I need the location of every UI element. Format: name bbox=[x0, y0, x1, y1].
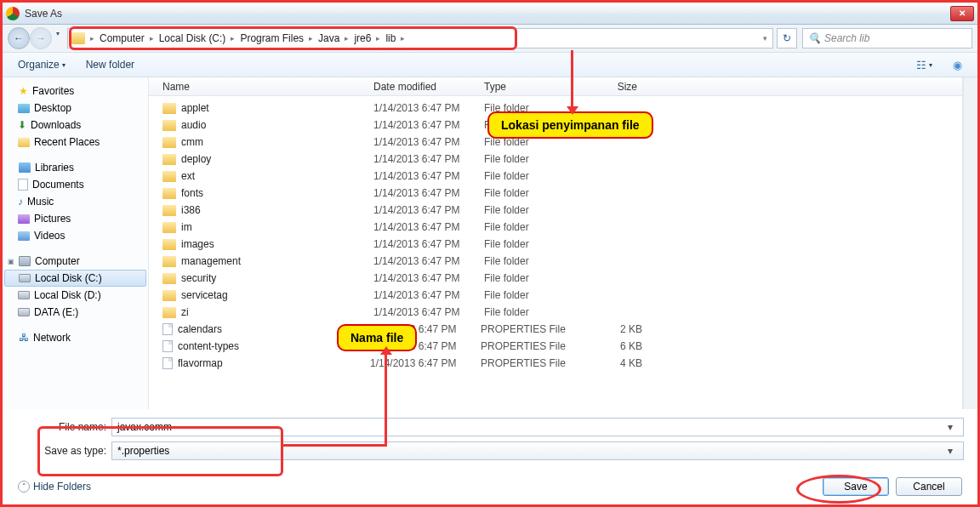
col-name[interactable]: Name bbox=[162, 81, 373, 93]
file-name: zi bbox=[181, 306, 373, 318]
sidebar-favorites[interactable]: ★Favorites bbox=[3, 83, 148, 100]
search-input[interactable]: 🔍 Search lib bbox=[802, 28, 972, 48]
close-button[interactable]: ✕ bbox=[950, 6, 974, 21]
col-date[interactable]: Date modified bbox=[373, 81, 484, 93]
forward-button[interactable]: → bbox=[30, 27, 52, 49]
sidebar-item-documents[interactable]: Documents bbox=[3, 176, 148, 193]
folder-icon bbox=[162, 205, 176, 216]
file-name: audio bbox=[181, 119, 373, 131]
folder-icon bbox=[162, 188, 176, 199]
view-button[interactable]: ☷▾ bbox=[909, 56, 939, 74]
file-row[interactable]: ext1/14/2013 6:47 PMFile folder bbox=[149, 168, 962, 185]
file-type: File folder bbox=[484, 119, 586, 131]
col-type[interactable]: Type bbox=[484, 81, 586, 93]
file-list[interactable]: applet1/14/2013 6:47 PMFile folderaudio1… bbox=[149, 96, 962, 409]
file-type: PROPERTIES File bbox=[481, 357, 583, 369]
file-name: images bbox=[181, 238, 373, 250]
file-row[interactable]: deploy1/14/2013 6:47 PMFile folder bbox=[149, 151, 962, 168]
file-type: File folder bbox=[484, 102, 586, 114]
file-date: 1/14/2013 6:47 PM bbox=[370, 323, 481, 335]
disk-icon bbox=[18, 308, 30, 316]
folder-icon bbox=[162, 273, 176, 284]
vertical-scrollbar[interactable] bbox=[963, 77, 977, 409]
new-folder-button[interactable]: New folder bbox=[79, 56, 141, 73]
file-size: 4 KB bbox=[583, 357, 642, 369]
file-name: servicetag bbox=[181, 289, 373, 301]
file-type: File folder bbox=[484, 255, 586, 267]
column-headers: Name Date modified Type Size bbox=[149, 77, 962, 96]
disk-icon bbox=[18, 291, 30, 299]
chevron-down-icon[interactable]: ▾ bbox=[943, 421, 958, 433]
file-date: 1/14/2013 6:47 PM bbox=[373, 289, 484, 301]
sidebar-item-e-drive[interactable]: DATA (E:) bbox=[3, 304, 148, 321]
back-button[interactable]: ← bbox=[8, 27, 30, 49]
sidebar-network[interactable]: 🖧Network bbox=[3, 329, 148, 346]
app-icon bbox=[6, 7, 20, 20]
file-name: i386 bbox=[181, 204, 373, 216]
folder-icon bbox=[71, 32, 85, 44]
sidebar-item-recent[interactable]: Recent Places bbox=[3, 134, 148, 151]
sidebar-item-pictures[interactable]: Pictures bbox=[3, 210, 148, 227]
music-icon: ♪ bbox=[18, 196, 23, 208]
file-date: 1/14/2013 6:47 PM bbox=[373, 136, 484, 148]
search-placeholder: Search lib bbox=[824, 32, 869, 44]
chevron-icon: ▸ bbox=[307, 34, 315, 43]
breadcrumb-seg[interactable]: jre6 bbox=[350, 32, 374, 44]
file-row[interactable]: fonts1/14/2013 6:47 PMFile folder bbox=[149, 185, 962, 202]
sidebar-item-downloads[interactable]: ⬇Downloads bbox=[3, 117, 148, 134]
cancel-button[interactable]: Cancel bbox=[896, 477, 962, 496]
document-icon bbox=[18, 179, 28, 191]
refresh-button[interactable]: ↻ bbox=[777, 28, 797, 48]
file-row[interactable]: images1/14/2013 6:47 PMFile folder bbox=[149, 236, 962, 253]
breadcrumb-seg[interactable]: Local Disk (C:) bbox=[156, 32, 230, 44]
file-icon bbox=[162, 340, 173, 352]
filename-input[interactable]: javax.comm▾ bbox=[111, 418, 964, 436]
chevron-down-icon[interactable]: ▾ bbox=[943, 445, 958, 457]
file-row[interactable]: i3861/14/2013 6:47 PMFile folder bbox=[149, 202, 962, 219]
breadcrumb-seg[interactable]: Java bbox=[315, 32, 343, 44]
folder-icon bbox=[162, 171, 176, 182]
file-row[interactable]: cmm1/14/2013 6:47 PMFile folder bbox=[149, 134, 962, 151]
sidebar-item-c-drive[interactable]: Local Disk (C:) bbox=[4, 270, 146, 287]
file-row[interactable]: im1/14/2013 6:47 PMFile folder bbox=[149, 219, 962, 236]
chevron-down-icon[interactable]: ▾ bbox=[761, 34, 769, 43]
history-dropdown[interactable]: ▾ bbox=[52, 27, 64, 39]
file-row[interactable]: flavormap1/14/2013 6:47 PMPROPERTIES Fil… bbox=[149, 355, 962, 372]
file-row[interactable]: calendars1/14/2013 6:47 PMPROPERTIES Fil… bbox=[149, 321, 962, 338]
file-pane: Name Date modified Type Size applet1/14/… bbox=[149, 77, 963, 409]
file-row[interactable]: applet1/14/2013 6:47 PMFile folder bbox=[149, 100, 962, 117]
sidebar-item-music[interactable]: ♪Music bbox=[3, 193, 148, 210]
help-button[interactable]: ◉ bbox=[946, 56, 969, 74]
sidebar-libraries[interactable]: Libraries bbox=[3, 159, 148, 176]
file-row[interactable]: security1/14/2013 6:47 PMFile folder bbox=[149, 270, 962, 287]
library-icon bbox=[19, 162, 31, 173]
folder-icon bbox=[162, 222, 176, 233]
hide-folders-button[interactable]: ˄ Hide Folders bbox=[18, 481, 91, 493]
file-name: security bbox=[181, 272, 373, 284]
chevron-down-icon: ▾ bbox=[62, 61, 66, 69]
file-row[interactable]: audio1/14/2013 6:47 PMFile folder bbox=[149, 117, 962, 134]
sidebar-item-desktop[interactable]: Desktop bbox=[3, 100, 148, 117]
organize-button[interactable]: Organize ▾ bbox=[11, 56, 72, 73]
chevron-icon: ▸ bbox=[374, 34, 382, 43]
folder-icon bbox=[162, 154, 176, 165]
file-row[interactable]: servicetag1/14/2013 6:47 PMFile folder bbox=[149, 287, 962, 304]
folder-icon bbox=[162, 137, 176, 148]
col-size[interactable]: Size bbox=[586, 81, 646, 93]
file-row[interactable]: zi1/14/2013 6:47 PMFile folder bbox=[149, 304, 962, 321]
breadcrumb-seg[interactable]: lib bbox=[382, 32, 399, 44]
sidebar-item-videos[interactable]: Videos bbox=[3, 227, 148, 244]
sidebar-item-d-drive[interactable]: Local Disk (D:) bbox=[3, 287, 148, 304]
window-title: Save As bbox=[25, 8, 949, 20]
file-name: content-types bbox=[178, 340, 370, 352]
sidebar-computer[interactable]: ▣Computer bbox=[3, 253, 148, 270]
save-button[interactable]: Save bbox=[823, 477, 889, 496]
file-row[interactable]: content-types1/14/2013 6:47 PMPROPERTIES… bbox=[149, 338, 962, 355]
file-name: cmm bbox=[181, 136, 373, 148]
file-type: File folder bbox=[484, 136, 586, 148]
filetype-combo[interactable]: *.properties▾ bbox=[111, 441, 964, 460]
breadcrumb[interactable]: ▸ Computer ▸ Local Disk (C:) ▸ Program F… bbox=[67, 28, 773, 48]
file-row[interactable]: management1/14/2013 6:47 PMFile folder bbox=[149, 253, 962, 270]
breadcrumb-seg[interactable]: Computer bbox=[96, 32, 148, 44]
breadcrumb-seg[interactable]: Program Files bbox=[236, 32, 307, 44]
